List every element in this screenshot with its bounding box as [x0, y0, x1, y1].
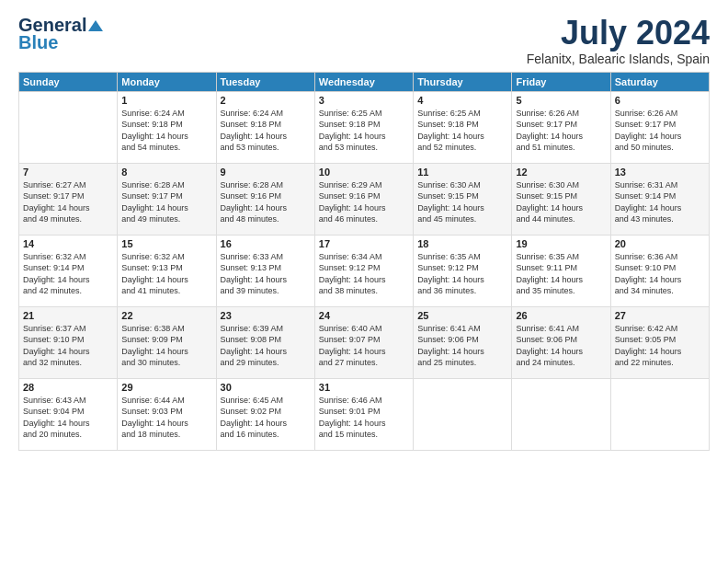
calendar-cell: 4Sunrise: 6:25 AM Sunset: 9:18 PM Daylig…: [414, 91, 512, 163]
day-number: 2: [221, 95, 311, 106]
cell-content: Sunrise: 6:25 AM Sunset: 9:18 PM Dayligh…: [319, 108, 409, 154]
day-number: 11: [417, 167, 507, 178]
calendar-cell: 16Sunrise: 6:33 AM Sunset: 9:13 PM Dayli…: [216, 235, 314, 306]
calendar-cell: 27Sunrise: 6:42 AM Sunset: 9:05 PM Dayli…: [610, 306, 709, 378]
month-title: July 2024: [527, 15, 710, 52]
cell-content: Sunrise: 6:31 AM Sunset: 9:14 PM Dayligh…: [615, 179, 705, 225]
day-number: 22: [121, 310, 211, 321]
day-number: 5: [516, 95, 606, 106]
day-number: 12: [516, 167, 606, 178]
cell-content: Sunrise: 6:40 AM Sunset: 9:07 PM Dayligh…: [319, 323, 409, 369]
cell-content: Sunrise: 6:27 AM Sunset: 9:17 PM Dayligh…: [23, 179, 113, 225]
calendar-cell: [19, 91, 118, 163]
calendar-cell: 13Sunrise: 6:31 AM Sunset: 9:14 PM Dayli…: [610, 163, 709, 235]
calendar-cell: 15Sunrise: 6:32 AM Sunset: 9:13 PM Dayli…: [118, 235, 216, 306]
cell-content: Sunrise: 6:41 AM Sunset: 9:06 PM Dayligh…: [516, 323, 606, 369]
calendar-cell: 17Sunrise: 6:34 AM Sunset: 9:12 PM Dayli…: [314, 235, 413, 306]
day-number: 23: [221, 310, 311, 321]
day-number: 4: [417, 95, 507, 106]
header-cell-wednesday: Wednesday: [314, 72, 413, 91]
cell-content: Sunrise: 6:37 AM Sunset: 9:10 PM Dayligh…: [23, 323, 113, 369]
calendar-cell: 26Sunrise: 6:41 AM Sunset: 9:06 PM Dayli…: [512, 306, 610, 378]
day-number: 29: [121, 382, 211, 393]
week-row: 14Sunrise: 6:32 AM Sunset: 9:14 PM Dayli…: [19, 235, 710, 306]
day-number: 31: [319, 382, 409, 393]
calendar-cell: 23Sunrise: 6:39 AM Sunset: 9:08 PM Dayli…: [216, 306, 314, 378]
cell-content: Sunrise: 6:26 AM Sunset: 9:17 PM Dayligh…: [516, 108, 606, 154]
header-cell-monday: Monday: [118, 72, 216, 91]
calendar-cell: 3Sunrise: 6:25 AM Sunset: 9:18 PM Daylig…: [314, 91, 413, 163]
calendar-cell: 18Sunrise: 6:35 AM Sunset: 9:12 PM Dayli…: [414, 235, 512, 306]
cell-content: Sunrise: 6:38 AM Sunset: 9:09 PM Dayligh…: [121, 323, 211, 369]
cell-content: Sunrise: 6:42 AM Sunset: 9:05 PM Dayligh…: [615, 323, 705, 369]
calendar-cell: 19Sunrise: 6:35 AM Sunset: 9:11 PM Dayli…: [512, 235, 610, 306]
header-cell-thursday: Thursday: [414, 72, 512, 91]
calendar-cell: 14Sunrise: 6:32 AM Sunset: 9:14 PM Dayli…: [19, 235, 118, 306]
day-number: 24: [319, 310, 409, 321]
header-cell-sunday: Sunday: [19, 72, 118, 91]
header-cell-friday: Friday: [512, 72, 610, 91]
calendar-cell: 25Sunrise: 6:41 AM Sunset: 9:06 PM Dayli…: [414, 306, 512, 378]
calendar-cell: 6Sunrise: 6:26 AM Sunset: 9:17 PM Daylig…: [610, 91, 709, 163]
calendar-cell: 1Sunrise: 6:24 AM Sunset: 9:18 PM Daylig…: [118, 91, 216, 163]
day-number: 6: [615, 95, 705, 106]
header-cell-saturday: Saturday: [610, 72, 709, 91]
logo-triangle-icon: [88, 20, 103, 31]
cell-content: Sunrise: 6:28 AM Sunset: 9:17 PM Dayligh…: [121, 179, 211, 225]
calendar-cell: [610, 378, 709, 450]
logo: General Blue: [18, 15, 103, 53]
day-number: 27: [615, 310, 705, 321]
day-number: 18: [417, 238, 507, 249]
calendar-cell: 9Sunrise: 6:28 AM Sunset: 9:16 PM Daylig…: [216, 163, 314, 235]
day-number: 15: [121, 238, 211, 249]
calendar-cell: [512, 378, 610, 450]
day-number: 10: [319, 167, 409, 178]
calendar-cell: 28Sunrise: 6:43 AM Sunset: 9:04 PM Dayli…: [19, 378, 118, 450]
svg-marker-0: [88, 20, 103, 31]
day-number: 13: [615, 167, 705, 178]
cell-content: Sunrise: 6:36 AM Sunset: 9:10 PM Dayligh…: [615, 251, 705, 297]
location: Felanitx, Balearic Islands, Spain: [527, 52, 710, 66]
cell-content: Sunrise: 6:35 AM Sunset: 9:12 PM Dayligh…: [417, 251, 507, 297]
page: General Blue July 2024 Felanitx, Baleari…: [0, 0, 728, 563]
day-number: 9: [221, 167, 311, 178]
day-number: 3: [319, 95, 409, 106]
cell-content: Sunrise: 6:34 AM Sunset: 9:12 PM Dayligh…: [319, 251, 409, 297]
day-number: 17: [319, 238, 409, 249]
day-number: 20: [615, 238, 705, 249]
day-number: 19: [516, 238, 606, 249]
week-row: 7Sunrise: 6:27 AM Sunset: 9:17 PM Daylig…: [19, 163, 710, 235]
header: General Blue July 2024 Felanitx, Baleari…: [18, 15, 710, 66]
day-number: 14: [23, 238, 113, 249]
cell-content: Sunrise: 6:44 AM Sunset: 9:03 PM Dayligh…: [121, 395, 211, 441]
day-number: 28: [23, 382, 113, 393]
cell-content: Sunrise: 6:28 AM Sunset: 9:16 PM Dayligh…: [221, 179, 311, 225]
cell-content: Sunrise: 6:24 AM Sunset: 9:18 PM Dayligh…: [121, 108, 211, 154]
cell-content: Sunrise: 6:30 AM Sunset: 9:15 PM Dayligh…: [516, 179, 606, 225]
day-number: 7: [23, 167, 113, 178]
cell-content: Sunrise: 6:25 AM Sunset: 9:18 PM Dayligh…: [417, 108, 507, 154]
calendar-cell: 31Sunrise: 6:46 AM Sunset: 9:01 PM Dayli…: [314, 378, 413, 450]
calendar-cell: [414, 378, 512, 450]
day-number: 30: [221, 382, 311, 393]
logo-blue: Blue: [18, 32, 58, 53]
cell-content: Sunrise: 6:24 AM Sunset: 9:18 PM Dayligh…: [221, 108, 311, 154]
calendar-cell: 12Sunrise: 6:30 AM Sunset: 9:15 PM Dayli…: [512, 163, 610, 235]
calendar-cell: 11Sunrise: 6:30 AM Sunset: 9:15 PM Dayli…: [414, 163, 512, 235]
calendar-cell: 24Sunrise: 6:40 AM Sunset: 9:07 PM Dayli…: [314, 306, 413, 378]
calendar-table: SundayMondayTuesdayWednesdayThursdayFrid…: [18, 72, 710, 451]
cell-content: Sunrise: 6:46 AM Sunset: 9:01 PM Dayligh…: [319, 395, 409, 441]
cell-content: Sunrise: 6:39 AM Sunset: 9:08 PM Dayligh…: [221, 323, 311, 369]
week-row: 28Sunrise: 6:43 AM Sunset: 9:04 PM Dayli…: [19, 378, 710, 450]
title-area: July 2024 Felanitx, Balearic Islands, Sp…: [527, 15, 710, 66]
calendar-cell: 7Sunrise: 6:27 AM Sunset: 9:17 PM Daylig…: [19, 163, 118, 235]
cell-content: Sunrise: 6:45 AM Sunset: 9:02 PM Dayligh…: [221, 395, 311, 441]
header-cell-tuesday: Tuesday: [216, 72, 314, 91]
cell-content: Sunrise: 6:33 AM Sunset: 9:13 PM Dayligh…: [221, 251, 311, 297]
week-row: 21Sunrise: 6:37 AM Sunset: 9:10 PM Dayli…: [19, 306, 710, 378]
calendar-cell: 10Sunrise: 6:29 AM Sunset: 9:16 PM Dayli…: [314, 163, 413, 235]
cell-content: Sunrise: 6:43 AM Sunset: 9:04 PM Dayligh…: [23, 395, 113, 441]
day-number: 8: [121, 167, 211, 178]
calendar-cell: 8Sunrise: 6:28 AM Sunset: 9:17 PM Daylig…: [118, 163, 216, 235]
day-number: 26: [516, 310, 606, 321]
